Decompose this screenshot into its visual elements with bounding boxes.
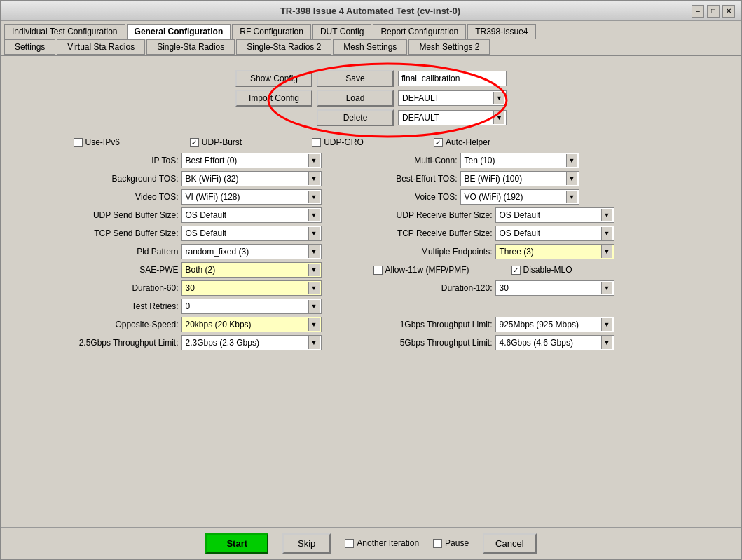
another-iteration-item[interactable]: Another Iteration	[345, 538, 419, 548]
udp-send-buf-label: UDP Send Buffer Size:	[67, 210, 179, 220]
checkboxes-row: Use-IPv6 ✓ UDP-Burst UDP-GRO ✓ Auto-Help…	[67, 137, 676, 147]
close-button[interactable]: ✕	[722, 5, 735, 18]
sae-pwe-arrow: ▼	[308, 264, 320, 276]
allow-11w-checkbox-item[interactable]: Allow-11w (MFP/PMF)	[373, 265, 503, 275]
tab-tr398-issue4[interactable]: TR398-Issue4	[467, 24, 535, 39]
load-button[interactable]: Load	[317, 90, 394, 107]
ip-tos-dropdown[interactable]: Best Effort (0) ▼	[181, 153, 322, 168]
pause-item[interactable]: Pause	[433, 538, 469, 548]
pause-label: Pause	[445, 538, 469, 548]
use-ipv6-checkbox-item[interactable]: Use-IPv6	[74, 137, 120, 147]
background-tos-dropdown[interactable]: BK (WiFi) (32) ▼	[181, 171, 322, 186]
background-tos-label: Background TOS:	[67, 174, 179, 184]
voice-tos-label: Voice TOS:	[373, 192, 458, 202]
udp-gro-checkbox[interactable]	[312, 138, 321, 147]
multiple-endpoints-arrow: ▼	[601, 245, 612, 258]
save-button[interactable]: Save	[317, 70, 394, 87]
throughput-1gbps-dropdown[interactable]: 925Mbps (925 Mbps) ▼	[495, 317, 614, 332]
tcp-recv-buf-arrow: ▼	[601, 227, 612, 240]
sub-tab-mesh-settings[interactable]: Mesh Settings	[333, 39, 407, 55]
opposite-speed-dropdown[interactable]: 20kbps (20 Kbps) ▼	[181, 317, 322, 332]
maximize-button[interactable]: □	[707, 5, 720, 18]
main-window: TR-398 Issue 4 Automated Test (cv-inst-0…	[0, 0, 742, 560]
sae-pwe-dropdown[interactable]: Both (2) ▼	[181, 262, 322, 278]
udp-recv-buf-label: UDP Receive Buffer Size:	[373, 210, 493, 220]
opposite-speed-arrow: ▼	[308, 318, 320, 331]
multiple-endpoints-dropdown[interactable]: Three (3) ▼	[495, 244, 614, 259]
sub-tab-single-sta[interactable]: Single-Sta Radios	[146, 39, 235, 55]
disable-mlo-checkbox[interactable]: ✓	[511, 266, 521, 275]
delete-button[interactable]: Delete	[317, 109, 394, 126]
udp-send-buf-dropdown[interactable]: OS Default ▼	[181, 207, 322, 223]
delete-dropdown-arrow: ▼	[493, 111, 504, 124]
duration-120-arrow: ▼	[601, 282, 612, 294]
multi-conn-label: Multi-Conn:	[373, 156, 458, 165]
best-effort-tos-dropdown[interactable]: BE (WiFi) (100) ▼	[460, 171, 579, 186]
sub-tab-mesh-settings-2[interactable]: Mesh Settings 2	[408, 39, 490, 55]
tab-rf-config[interactable]: RF Configuration	[232, 24, 311, 39]
throughput-5gbps-label: 5Gbps Throughput Limit:	[373, 338, 493, 348]
tcp-send-buf-arrow: ▼	[308, 227, 320, 240]
sub-tab-settings[interactable]: Settings	[4, 39, 55, 55]
disable-mlo-checkbox-item[interactable]: ✓ Disable-MLO	[511, 265, 572, 275]
tcp-send-buf-label: TCP Send Buffer Size:	[67, 228, 179, 238]
udp-burst-checkbox-item[interactable]: ✓ UDP-Burst	[190, 137, 242, 147]
duration-120-dropdown[interactable]: 30 ▼	[495, 280, 614, 296]
load-dropdown[interactable]: DEFAULT ▼	[398, 90, 507, 106]
voice-tos-arrow: ▼	[566, 191, 577, 203]
sae-pwe-label: SAE-PWE	[67, 265, 179, 275]
ip-tos-arrow: ▼	[308, 154, 320, 167]
allow-11w-checkbox[interactable]	[373, 266, 383, 275]
load-dropdown-arrow: ▼	[493, 92, 504, 104]
udp-burst-checkbox[interactable]: ✓	[190, 138, 199, 147]
start-button[interactable]: Start	[205, 533, 268, 554]
save-name-input[interactable]	[398, 71, 507, 86]
tab-dut-config[interactable]: DUT Config	[312, 24, 371, 39]
auto-helper-checkbox[interactable]: ✓	[434, 138, 443, 147]
skip-button[interactable]: Skip	[282, 533, 331, 554]
video-tos-label: Video TOS:	[67, 192, 179, 202]
use-ipv6-label: Use-IPv6	[85, 137, 120, 147]
udp-gro-checkbox-item[interactable]: UDP-GRO	[312, 137, 364, 147]
throughput-1gbps-label: 1Gbps Throughput Limit:	[373, 320, 493, 329]
best-effort-tos-label: Best-Effort TOS:	[373, 174, 458, 184]
voice-tos-dropdown[interactable]: VO (WiFi) (192) ▼	[460, 189, 579, 205]
tcp-recv-buf-label: TCP Receive Buffer Size:	[373, 228, 493, 238]
auto-helper-checkbox-item[interactable]: ✓ Auto-Helper	[434, 137, 490, 147]
test-retries-dropdown[interactable]: 0 ▼	[181, 299, 322, 314]
import-config-button[interactable]: Import Config	[235, 90, 312, 107]
title-bar: TR-398 Issue 4 Automated Test (cv-inst-0…	[1, 1, 741, 21]
tcp-send-buf-dropdown[interactable]: OS Default ▼	[181, 226, 322, 241]
opposite-speed-label: Opposite-Speed:	[67, 320, 179, 329]
video-tos-arrow: ▼	[308, 191, 320, 203]
throughput-25gbps-dropdown[interactable]: 2.3Gbps (2.3 Gbps) ▼	[181, 335, 322, 350]
pause-checkbox[interactable]	[433, 539, 442, 548]
throughput-1gbps-arrow: ▼	[601, 318, 612, 331]
tab-individual-test-config[interactable]: Individual Test Configuration	[4, 24, 125, 39]
sub-tab-single-sta-2[interactable]: Single-Sta Radios 2	[236, 39, 331, 55]
delete-dropdown[interactable]: DEFAULT ▼	[398, 110, 507, 125]
multi-conn-dropdown[interactable]: Ten (10) ▼	[460, 153, 579, 168]
udp-send-buf-arrow: ▼	[308, 209, 320, 221]
use-ipv6-checkbox[interactable]	[74, 138, 83, 147]
throughput-5gbps-arrow: ▼	[601, 336, 612, 349]
background-tos-arrow: ▼	[308, 172, 320, 185]
udp-recv-buf-dropdown[interactable]: OS Default ▼	[495, 207, 614, 223]
tab-report-config[interactable]: Report Configuration	[373, 24, 466, 39]
minimize-button[interactable]: –	[692, 5, 704, 18]
best-effort-tos-arrow: ▼	[566, 172, 577, 185]
ip-tos-label: IP ToS:	[67, 156, 179, 165]
window-title: TR-398 Issue 4 Automated Test (cv-inst-0…	[280, 6, 460, 16]
show-config-button[interactable]: Show Config	[235, 70, 312, 87]
another-iteration-checkbox[interactable]	[345, 539, 354, 548]
duration-60-dropdown[interactable]: 30 ▼	[181, 280, 322, 296]
video-tos-dropdown[interactable]: VI (WiFi) (128) ▼	[181, 189, 322, 205]
cancel-button[interactable]: Cancel	[483, 533, 536, 554]
throughput-5gbps-dropdown[interactable]: 4.6Gbps (4.6 Gbps) ▼	[495, 335, 614, 350]
udp-recv-buf-arrow: ▼	[601, 209, 612, 221]
pld-pattern-dropdown[interactable]: random_fixed (3) ▼	[181, 244, 322, 259]
sub-tab-virtual-sta[interactable]: Virtual Sta Radios	[57, 39, 145, 55]
tcp-recv-buf-dropdown[interactable]: OS Default ▼	[495, 226, 614, 241]
tab-general-config[interactable]: General Configuration	[127, 24, 231, 39]
throughput-25gbps-arrow: ▼	[308, 336, 320, 349]
